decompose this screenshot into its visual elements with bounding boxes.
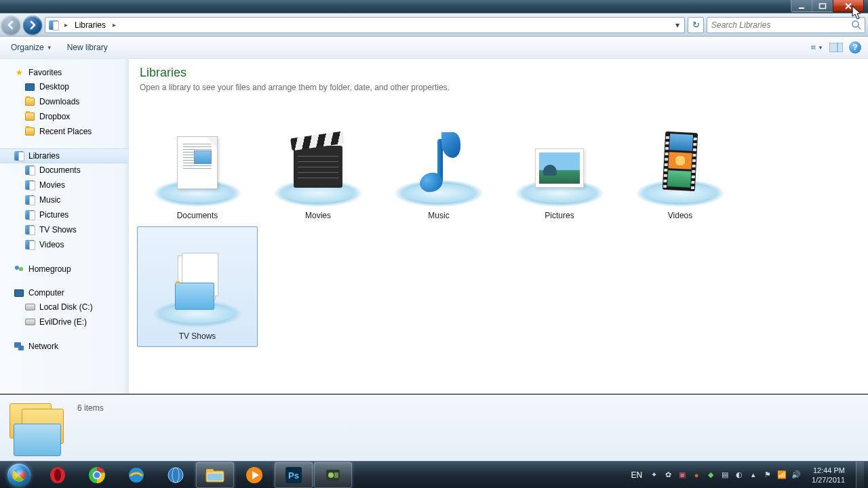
- search-box[interactable]: [707, 17, 865, 33]
- sidebar-item-documents[interactable]: Documents: [0, 163, 128, 178]
- sidebar-label: Homegroup: [28, 264, 71, 274]
- photoshop-icon: Ps: [283, 466, 304, 484]
- documents-icon: [150, 119, 245, 207]
- help-icon: ?: [849, 41, 861, 54]
- window-minimize-button[interactable]: [791, 0, 812, 12]
- ie-icon: [126, 466, 146, 484]
- svg-rect-24: [208, 474, 222, 481]
- sidebar-item-music[interactable]: Music: [0, 192, 128, 207]
- address-dropdown-icon[interactable]: ▾: [672, 20, 683, 30]
- opera-icon: [47, 466, 68, 484]
- action-center-icon[interactable]: ⚑: [763, 470, 772, 480]
- library-tvshows[interactable]: TV Shows: [137, 226, 258, 347]
- sidebar-computer[interactable]: Computer: [0, 286, 128, 300]
- sidebar-homegroup[interactable]: Homegroup: [0, 262, 128, 276]
- tray-icon[interactable]: ◐: [734, 470, 744, 480]
- library-movies[interactable]: Movies: [258, 106, 378, 226]
- folder-icon: [205, 466, 225, 484]
- help-button[interactable]: ?: [846, 39, 864, 56]
- taskbar-app-blue[interactable]: [157, 462, 195, 488]
- breadcrumb-item[interactable]: Libraries: [72, 20, 108, 30]
- language-indicator[interactable]: EN: [631, 470, 642, 480]
- svg-rect-8: [814, 47, 815, 49]
- star-icon: ★: [14, 67, 24, 78]
- sidebar-favorites[interactable]: ★ Favorites: [0, 66, 128, 79]
- taskbar-clock[interactable]: 12:44 PM 1/27/2011: [808, 466, 849, 485]
- taskbar-opera[interactable]: [39, 462, 77, 488]
- sidebar-item-dropbox[interactable]: Dropbox: [0, 109, 128, 124]
- window-maximize-button[interactable]: [812, 0, 833, 12]
- tray-icon[interactable]: ▤: [720, 470, 730, 480]
- library-pictures[interactable]: Pictures: [499, 106, 620, 226]
- sidebar-item-desktop[interactable]: Desktop: [0, 79, 128, 94]
- app-icon: [323, 466, 343, 484]
- svg-point-12: [19, 267, 23, 271]
- svg-rect-9: [829, 43, 843, 52]
- sidebar-libraries[interactable]: Libraries: [0, 148, 128, 163]
- taskbar-chrome[interactable]: [78, 462, 116, 488]
- svg-text:Ps: Ps: [288, 470, 299, 481]
- tvshows-icon: [150, 239, 245, 327]
- sidebar-item-localdisk[interactable]: Local Disk (C:): [0, 300, 128, 314]
- sidebar-item-pictures[interactable]: Pictures: [0, 207, 128, 222]
- tray-overflow-icon[interactable]: ▴: [749, 470, 758, 480]
- items-view[interactable]: Libraries Open a library to see your fil…: [129, 59, 868, 394]
- chevron-right-icon[interactable]: ▸: [60, 21, 72, 28]
- tray-icon[interactable]: ✿: [663, 470, 673, 480]
- details-libraries-icon: [8, 401, 66, 456]
- start-button[interactable]: [0, 462, 38, 489]
- taskbar-wmp[interactable]: [235, 462, 273, 488]
- chevron-down-icon: ▼: [818, 45, 823, 51]
- tray-icon[interactable]: ●: [692, 470, 701, 480]
- taskbar-photoshop[interactable]: Ps: [275, 462, 313, 488]
- sidebar-item-evildrive[interactable]: EvilDrive (E:): [0, 314, 128, 329]
- sidebar-item-movies[interactable]: Movies: [0, 178, 128, 192]
- volume-icon[interactable]: 🔊: [791, 470, 801, 480]
- clock-date: 1/27/2011: [812, 475, 845, 485]
- svg-rect-0: [799, 7, 804, 9]
- clock-time: 12:44 PM: [812, 466, 845, 475]
- view-options-button[interactable]: ▼: [808, 39, 826, 56]
- homegroup-icon: [14, 264, 24, 274]
- videos-icon: [633, 119, 728, 207]
- sidebar-label: Network: [28, 342, 58, 351]
- sidebar-item-videos[interactable]: Videos: [0, 237, 128, 252]
- svg-rect-5: [812, 46, 813, 47]
- svg-point-14: [54, 469, 61, 481]
- library-videos[interactable]: Videos: [620, 106, 741, 226]
- tray-icon[interactable]: ✦: [649, 470, 658, 480]
- sidebar-item-downloads[interactable]: Downloads: [0, 94, 128, 109]
- details-item-count: 6 items: [77, 401, 104, 413]
- preview-pane-button[interactable]: [827, 39, 845, 56]
- sidebar-item-tvshows[interactable]: TV Shows: [0, 222, 128, 237]
- window-close-button[interactable]: [833, 0, 864, 12]
- search-icon: [851, 20, 862, 30]
- svg-point-30: [328, 472, 334, 478]
- nav-back-button[interactable]: [1, 16, 20, 35]
- organize-button[interactable]: Organize ▼: [4, 40, 59, 55]
- refresh-button[interactable]: ↻: [688, 17, 704, 33]
- chevron-right-icon[interactable]: ▸: [108, 21, 120, 28]
- page-title: Libraries: [140, 66, 860, 80]
- sidebar-label: Favorites: [28, 68, 62, 77]
- network-icon[interactable]: 📶: [777, 470, 787, 480]
- new-library-button[interactable]: New library: [60, 40, 115, 55]
- tray-icon[interactable]: ▣: [677, 470, 687, 480]
- taskbar-explorer[interactable]: [196, 462, 234, 488]
- library-music[interactable]: Music: [378, 106, 499, 226]
- address-bar[interactable]: ▸ Libraries ▸ ▾: [45, 17, 685, 33]
- sidebar-label: Computer: [28, 288, 64, 298]
- library-grid: Documents Movies Music: [137, 102, 860, 347]
- taskbar-ie[interactable]: [117, 462, 155, 488]
- sidebar-network[interactable]: Network: [0, 340, 128, 353]
- library-documents[interactable]: Documents: [137, 106, 258, 226]
- nav-forward-button[interactable]: [23, 16, 42, 35]
- taskbar-app-green[interactable]: [314, 462, 352, 488]
- show-desktop-button[interactable]: [856, 462, 864, 489]
- search-input[interactable]: [710, 20, 851, 30]
- tray-icon[interactable]: ◆: [706, 470, 715, 480]
- command-bar: Organize ▼ New library ▼ ?: [0, 37, 868, 59]
- sidebar-item-recent[interactable]: Recent Places: [0, 124, 128, 139]
- chrome-icon: [87, 466, 107, 484]
- svg-rect-31: [334, 472, 338, 478]
